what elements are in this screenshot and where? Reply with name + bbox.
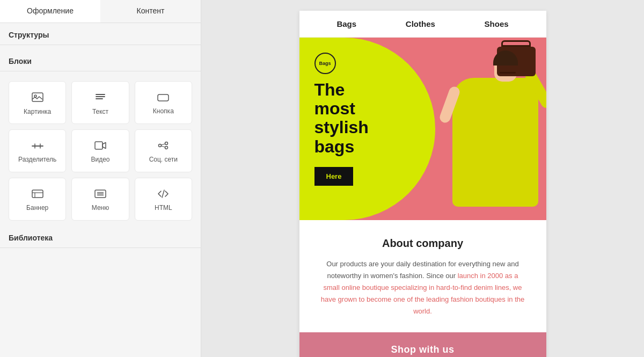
block-divider[interactable]: Разделитель <box>9 129 66 172</box>
menu-icon <box>94 189 106 200</box>
tab-design[interactable]: Оформление <box>0 0 100 23</box>
blocks-grid: Картинка Текст Кнопка <box>0 76 201 226</box>
hero-image <box>428 38 546 220</box>
nav-bar: Bags Clothes Shoes <box>299 11 546 38</box>
left-panel-sections: Структуры Блоки Картинка <box>0 23 201 357</box>
library-title: Библиотека <box>0 226 201 247</box>
image-icon <box>32 92 43 104</box>
video-icon <box>94 141 106 151</box>
button-icon <box>157 92 169 103</box>
block-image[interactable]: Картинка <box>9 81 66 124</box>
nav-item-bags[interactable]: Bags <box>336 19 356 28</box>
nav-item-shoes[interactable]: Shoes <box>485 19 509 28</box>
hero-section: Bags The most stylish bags Here <box>299 38 546 220</box>
svg-rect-0 <box>32 93 43 101</box>
structures-title: Структуры <box>0 23 201 45</box>
svg-line-13 <box>162 144 165 145</box>
svg-point-10 <box>165 142 168 145</box>
blocks-title: Блоки <box>0 49 201 71</box>
svg-line-22 <box>162 190 164 198</box>
banner-icon <box>32 189 43 200</box>
block-social-label: Соц. сети <box>149 156 178 163</box>
hero-title: The most stylish bags <box>314 81 423 156</box>
shop-button-label: Shop with us <box>391 344 455 355</box>
block-banner[interactable]: Баннер <box>9 178 66 221</box>
block-html[interactable]: HTML <box>135 178 192 221</box>
svg-rect-15 <box>32 190 43 198</box>
hero-content: Bags The most stylish bags Here <box>299 38 423 220</box>
block-video-label: Видео <box>91 156 109 163</box>
about-text: Our products are your daily destination … <box>321 258 525 317</box>
tabs-row: Оформление Контент <box>0 0 201 23</box>
hero-button[interactable]: Here <box>314 167 354 186</box>
block-button-label: Кнопка <box>153 107 174 115</box>
block-text[interactable]: Текст <box>71 81 129 124</box>
preview-container: Bags Clothes Shoes Bags The most stylish… <box>299 11 546 357</box>
library-divider <box>0 247 201 248</box>
svg-point-11 <box>159 144 162 147</box>
shop-section[interactable]: Shop with us <box>299 332 546 357</box>
bags-badge: Bags <box>314 53 336 74</box>
left-panel: Оформление Контент Структуры Блоки Карти… <box>0 0 201 357</box>
html-icon <box>157 189 169 200</box>
about-section: About company Our products are your dail… <box>299 220 546 332</box>
block-html-label: HTML <box>155 204 172 212</box>
blocks-divider <box>0 71 201 71</box>
block-text-label: Текст <box>92 108 108 115</box>
about-title: About company <box>321 237 525 250</box>
about-highlight: launch in 2000 as a small online boutiqu… <box>321 272 524 315</box>
block-button[interactable]: Кнопка <box>135 81 192 124</box>
block-divider-label: Разделитель <box>18 156 56 163</box>
block-social[interactable]: Соц. сети <box>135 129 192 172</box>
text-icon <box>95 92 106 104</box>
svg-line-14 <box>162 146 165 147</box>
block-menu[interactable]: Меню <box>71 178 129 221</box>
divider-icon <box>32 141 43 151</box>
svg-rect-9 <box>95 142 103 149</box>
structures-divider <box>0 45 201 45</box>
block-menu-label: Меню <box>92 204 109 212</box>
nav-item-clothes[interactable]: Clothes <box>406 19 435 28</box>
svg-point-12 <box>165 147 168 149</box>
svg-rect-5 <box>158 94 169 101</box>
block-video[interactable]: Видео <box>71 129 129 172</box>
block-image-label: Картинка <box>24 108 51 115</box>
tab-content[interactable]: Контент <box>100 0 201 23</box>
block-banner-label: Баннер <box>26 204 48 212</box>
social-icon <box>158 141 169 151</box>
right-panel: Bags Clothes Shoes Bags The most stylish… <box>201 0 644 357</box>
